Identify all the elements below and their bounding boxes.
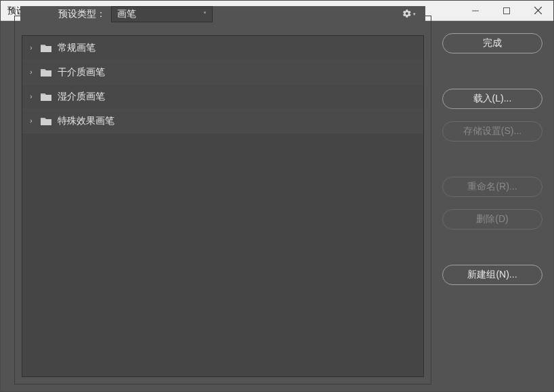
right-pane: 完成 载入(L)... 存储设置(S)... 重命名(R)... 删除(D) 新… — [438, 21, 553, 391]
folder-icon — [40, 68, 52, 77]
list-item[interactable]: › 干介质画笔 — [22, 60, 423, 85]
frame-border: 预设类型： 画笔 ˅ ▾ › — [14, 16, 431, 385]
folder-icon — [40, 43, 52, 53]
chevron-down-icon: ˅ — [203, 11, 207, 18]
list-item-label: 湿介质画笔 — [58, 91, 105, 103]
list-item-label: 特殊效果画笔 — [58, 115, 114, 127]
expand-arrow-icon[interactable]: › — [28, 93, 35, 100]
expand-arrow-icon[interactable]: › — [28, 117, 35, 125]
chevron-down-icon: ▾ — [413, 12, 416, 17]
preset-type-dropdown[interactable]: 画笔 ˅ — [111, 6, 213, 22]
folder-icon — [40, 92, 52, 102]
done-button[interactable]: 完成 — [442, 33, 542, 53]
titlebar-controls — [460, 1, 553, 20]
list-item[interactable]: › 湿介质画笔 — [22, 85, 423, 109]
preset-manager-window: 预设管理器 预设类型： 画笔 ˅ — [0, 0, 554, 392]
delete-button: 删除(D) — [442, 209, 542, 230]
dropdown-value: 画笔 — [117, 8, 136, 20]
rename-button: 重命名(R)... — [442, 177, 542, 197]
flyout-menu-button[interactable]: ▾ — [402, 9, 421, 20]
preset-list[interactable]: › 常规画笔 › 干介质画笔 — [22, 35, 424, 377]
expand-arrow-icon[interactable]: › — [28, 44, 35, 51]
svg-rect-1 — [504, 7, 510, 14]
gear-icon — [402, 9, 412, 20]
preset-type-label: 预设类型： — [24, 8, 106, 20]
content-area: 预设类型： 画笔 ˅ ▾ › — [1, 21, 553, 391]
list-item[interactable]: › 常规画笔 — [22, 36, 423, 60]
expand-arrow-icon[interactable]: › — [28, 68, 35, 76]
list-item[interactable]: › 特殊效果画笔 — [22, 109, 423, 133]
left-pane: 预设类型： 画笔 ˅ ▾ › — [1, 21, 438, 391]
folder-icon — [40, 116, 52, 126]
list-item-label: 常规画笔 — [58, 42, 95, 54]
minimize-button[interactable] — [460, 1, 491, 20]
new-group-button[interactable]: 新建组(N)... — [442, 265, 542, 285]
top-row: 预设类型： 画笔 ˅ ▾ — [20, 6, 425, 22]
list-item-label: 干介质画笔 — [58, 66, 105, 79]
save-set-button: 存储设置(S)... — [442, 121, 542, 141]
list-area: › 常规画笔 › 干介质画笔 — [15, 32, 431, 384]
maximize-button[interactable] — [491, 1, 522, 20]
load-button[interactable]: 载入(L)... — [442, 89, 542, 109]
close-button[interactable] — [522, 1, 553, 20]
